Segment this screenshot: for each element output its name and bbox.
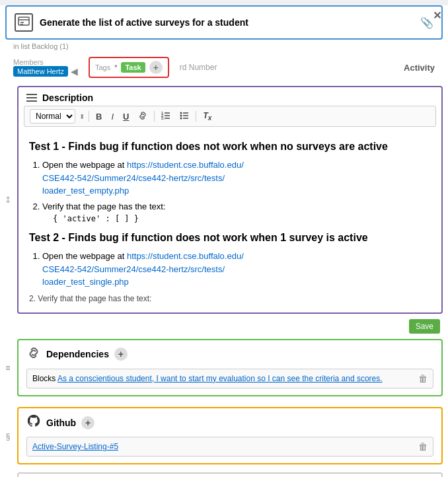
dependency-item: Blocks As a conscientious student, I wan… (26, 369, 433, 389)
test1-step2: Verify that the page has the text: { 'ac… (42, 200, 431, 225)
description-header: Description (19, 87, 441, 106)
partial-bottom-section (17, 472, 443, 477)
dependencies-header: Dependencies + (19, 340, 441, 366)
description-section: Description Normal ⬍ B I U 1.2.3. (17, 86, 443, 314)
svg-rect-0 (19, 17, 29, 25)
svg-text:3.: 3. (161, 116, 165, 120)
sidebar-section: § (0, 404, 16, 468)
svg-point-14 (180, 114, 182, 116)
github-link[interactable]: Active-Survey-Listing-#5 (32, 442, 118, 451)
dependencies-row: ¤ Dependencies + Blocks As a conscientio… (0, 336, 448, 401)
svg-point-13 (180, 112, 182, 114)
italic-button[interactable]: I (108, 110, 116, 123)
card-number-label: rd Number (180, 63, 217, 72)
members-section: Members Matthew Hertz ◀ (13, 58, 78, 77)
github-section: Github + Active-Survey-Listing-#5 🗑 (17, 407, 443, 464)
card-icon (15, 13, 33, 32)
title-bar: Generate the list of active surveys for … (5, 5, 443, 40)
ordered-list-button[interactable]: 1.2.3. (159, 110, 173, 123)
svg-point-15 (180, 117, 182, 119)
test1-code: { 'active' : [ ] } (53, 213, 431, 225)
dependencies-section: Dependencies + Blocks As a conscientious… (17, 339, 443, 397)
add-dependency-button[interactable]: + (114, 348, 128, 361)
close-button[interactable]: ✕ (433, 9, 441, 22)
member-badge[interactable]: Matthew Hertz (13, 66, 68, 77)
tags-section: Tags * Task + (89, 57, 169, 78)
github-icon (26, 414, 41, 431)
add-github-button[interactable]: + (81, 416, 94, 429)
test2-step2-partial: 2. Verify that the page has the text: (29, 293, 431, 305)
test2-step1: Open the webpage at https://student.cse.… (42, 250, 431, 289)
save-button[interactable]: Save (409, 319, 440, 334)
github-row: § Github + Active-Survey-Listing-#5 🗑 (0, 404, 448, 468)
github-header: Github + (19, 408, 441, 434)
github-item: Active-Survey-Listing-#5 🗑 (26, 437, 433, 457)
delete-github-button[interactable]: 🗑 (418, 441, 428, 452)
dependency-link[interactable]: As a conscientious student, I want to st… (57, 374, 383, 383)
tags-star: * (114, 63, 117, 71)
editor-content[interactable]: Test 1 - Finds bug if function does not … (19, 131, 441, 312)
delete-dependency-button[interactable]: 🗑 (418, 373, 428, 384)
save-area: Save (0, 318, 448, 336)
activity-label: Activity (404, 63, 435, 73)
link-button[interactable] (135, 110, 150, 124)
attachment-icon[interactable]: 📎 (420, 17, 433, 29)
sidebar-bottom (0, 472, 16, 477)
link-icon (26, 346, 41, 363)
format-arrow: ⬍ (79, 113, 85, 120)
partial-section-row (0, 472, 448, 477)
test2-list: Open the webpage at https://student.cse.… (29, 250, 431, 289)
test2-heading: Test 2 - Finds bug if function does not … (29, 230, 431, 246)
toolbar-divider-3 (196, 111, 196, 122)
toolbar-divider-2 (154, 111, 155, 122)
bold-button[interactable]: B (93, 110, 104, 123)
test1-list: Open the webpage at https://student.cse.… (29, 159, 431, 225)
toolbar-divider-1 (89, 111, 89, 122)
test1-heading: Test 1 - Finds bug if function does not … (29, 139, 431, 155)
unordered-list-button[interactable] (177, 110, 192, 123)
backlog-label: in list Backlog (1) (0, 40, 448, 53)
description-row: ‡ Description Normal ⬍ B I U (0, 82, 448, 318)
dependency-text: Blocks As a conscientious student, I wan… (32, 373, 413, 385)
test1-step1: Open the webpage at https://student.cse.… (42, 159, 431, 198)
hamburger-icon[interactable] (26, 94, 37, 102)
clear-format-button[interactable]: Tx (200, 110, 214, 123)
underline-button[interactable]: U (120, 110, 131, 123)
meta-row: Members Matthew Hertz ◀ Tags * Task + rd… (0, 53, 448, 82)
card-title: Generate the list of active surveys for … (40, 17, 414, 28)
editor-toolbar: Normal ⬍ B I U 1.2.3. Tx (24, 106, 436, 127)
dependencies-content: Blocks As a conscientious student, I wan… (19, 366, 441, 396)
task-badge[interactable]: Task (121, 62, 145, 73)
format-select[interactable]: Normal (30, 109, 75, 124)
sidebar-aleph: ¤ (0, 336, 16, 401)
github-content: Active-Survey-Listing-#5 🗑 (19, 434, 441, 463)
add-tag-button[interactable]: + (149, 61, 163, 74)
member-add-icon[interactable]: ◀ (71, 66, 78, 77)
sidebar-dagger: ‡ (0, 82, 16, 318)
